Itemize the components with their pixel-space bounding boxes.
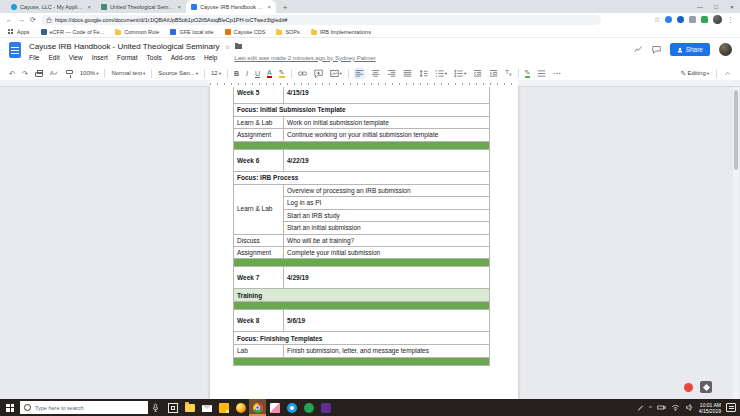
table-cell[interactable]	[234, 259, 490, 267]
chrome-button[interactable]	[249, 399, 266, 416]
border-dash-button[interactable]	[552, 68, 563, 79]
redo-button[interactable]: ↷	[21, 69, 29, 78]
bookmark-item[interactable]: IRB Implementations	[311, 29, 371, 35]
table-cell[interactable]: 4/29/19	[284, 267, 490, 289]
bookmark-item[interactable]: SOPs	[276, 29, 299, 35]
align-justify-button[interactable]	[402, 68, 413, 79]
table-cell[interactable]: Start an IRB study	[284, 209, 490, 221]
extension-icon-green[interactable]	[701, 16, 708, 23]
start-button[interactable]	[0, 399, 20, 416]
table-cell[interactable]: Learn & Lab	[234, 184, 284, 234]
numbered-list-button[interactable]: ▾	[434, 68, 448, 79]
scrollbar-thumb[interactable]	[734, 90, 738, 170]
table-cell[interactable]: Overview of processing an IRB submission	[284, 184, 490, 196]
sticky-notes-button[interactable]	[215, 399, 232, 416]
table-cell[interactable]: 5/6/19	[284, 310, 490, 332]
table-cell[interactable]: Who will be at training?	[284, 234, 490, 246]
file-explorer-button[interactable]	[181, 399, 198, 416]
table-cell[interactable]: Assignment	[234, 246, 284, 258]
volume-icon[interactable]	[685, 403, 694, 412]
browser-tab[interactable]: Cayuse IRB Handbook - United×	[186, 0, 276, 13]
italic-button[interactable]: I	[245, 69, 249, 78]
network-icon[interactable]	[671, 403, 680, 412]
vertical-scrollbar[interactable]	[733, 87, 739, 399]
table-cell[interactable]: Complete your initial submission	[284, 246, 490, 258]
menu-edit[interactable]: Edit	[48, 54, 59, 61]
bookmark-item[interactable]: Common Rule	[115, 29, 159, 35]
table-cell[interactable]	[234, 357, 490, 365]
battery-icon[interactable]	[657, 403, 666, 412]
url-input[interactable]: https://docs.google.com/document/d/1r1lQ…	[41, 15, 601, 25]
comments-icon[interactable]	[652, 45, 661, 54]
highlight-color-button[interactable]: ✎	[278, 68, 286, 79]
border-color-button[interactable]: ✎	[524, 68, 532, 79]
insert-link-button[interactable]	[297, 68, 308, 79]
table-cell[interactable]: Week 6	[234, 149, 284, 171]
table-cell[interactable]: Week 5	[234, 87, 284, 104]
table-cell[interactable]: Assignment	[234, 129, 284, 141]
explore-button[interactable]	[700, 381, 712, 393]
firefox-button[interactable]	[232, 399, 249, 416]
close-icon[interactable]: ×	[267, 4, 271, 10]
back-icon[interactable]: ←	[6, 16, 13, 23]
maximize-icon[interactable]: □	[708, 0, 724, 13]
spellcheck-button[interactable]: A✓	[49, 69, 60, 77]
bookmark-item[interactable]: Apps	[8, 29, 30, 35]
taskbar-clock[interactable]: 10:01 AM 4/15/2019	[699, 402, 721, 414]
font-size-select[interactable]: 12▾	[210, 69, 222, 77]
add-comment-button[interactable]	[313, 68, 324, 79]
table-cell[interactable]: Lab	[234, 345, 284, 357]
close-icon[interactable]: ×	[87, 4, 91, 10]
close-icon[interactable]: ×	[177, 4, 181, 10]
green-app-button[interactable]	[300, 399, 317, 416]
notification-badge[interactable]	[684, 383, 693, 392]
account-avatar[interactable]	[719, 43, 732, 56]
bulleted-list-button[interactable]: ▾	[453, 68, 467, 79]
browser-menu-icon[interactable]: ⋮	[727, 16, 734, 24]
star-document-icon[interactable]: ☆	[225, 43, 230, 50]
document-page[interactable]: Week 54/15/19Focus: Initial Submission T…	[210, 87, 518, 399]
table-cell[interactable]: 4/15/19	[284, 87, 490, 104]
pen-tray-icon[interactable]	[637, 404, 644, 411]
table-cell[interactable]: Focus: Finishing Templates	[234, 332, 490, 345]
task-view-button[interactable]	[164, 399, 181, 416]
bookmark-item[interactable]: GFE local site	[170, 29, 213, 35]
text-color-button[interactable]: A	[266, 68, 273, 79]
table-cell[interactable]: Start an initial submission	[284, 222, 490, 234]
profile-avatar[interactable]	[713, 15, 722, 24]
undo-button[interactable]: ↶	[8, 69, 16, 78]
show-hidden-icons[interactable]: ^	[649, 405, 652, 411]
refresh-icon[interactable]: ⟳	[30, 16, 36, 23]
menu-format[interactable]: Format	[117, 54, 138, 61]
align-left-button[interactable]	[354, 68, 365, 79]
bookmark-star-icon[interactable]: ☆	[654, 16, 660, 24]
menu-help[interactable]: Help	[204, 54, 217, 61]
align-center-button[interactable]	[370, 68, 381, 79]
table-cell[interactable]	[234, 302, 490, 310]
menu-view[interactable]: View	[69, 54, 83, 61]
bookmark-item[interactable]: Cayuse CDS	[225, 29, 266, 35]
forward-icon[interactable]: →	[18, 16, 25, 23]
insights-icon[interactable]	[634, 45, 643, 54]
minimize-icon[interactable]: —	[692, 0, 708, 13]
clear-formatting-button[interactable]: Tx	[504, 68, 512, 78]
close-icon[interactable]: ×	[724, 0, 740, 13]
browser-tab[interactable]: Cayuse, LLC - My Applications×	[6, 0, 96, 13]
font-select[interactable]: Source San...▾	[157, 69, 199, 77]
styles-select[interactable]: Normal text▾	[110, 69, 146, 77]
bookmark-item[interactable]: eCFR — Code of Fe...	[41, 29, 105, 35]
zoom-select[interactable]: 100%▾	[79, 69, 100, 77]
insert-image-button[interactable]: ▾	[329, 68, 343, 79]
extension-icon-blue2[interactable]	[677, 16, 684, 23]
mode-select[interactable]: ✎Editing▾	[680, 69, 711, 78]
action-center-icon[interactable]	[726, 403, 736, 412]
purple-app-button[interactable]	[317, 399, 334, 416]
share-button[interactable]: Share	[670, 43, 710, 56]
bold-button[interactable]: B	[233, 69, 240, 78]
table-cell[interactable]: Focus: IRB Process	[234, 171, 490, 184]
microphone-icon[interactable]	[151, 403, 160, 412]
paint-format-button[interactable]	[65, 69, 74, 78]
align-right-button[interactable]	[386, 68, 397, 79]
new-tab-button[interactable]: +	[280, 2, 290, 12]
extension-icon-grey[interactable]	[689, 16, 696, 23]
